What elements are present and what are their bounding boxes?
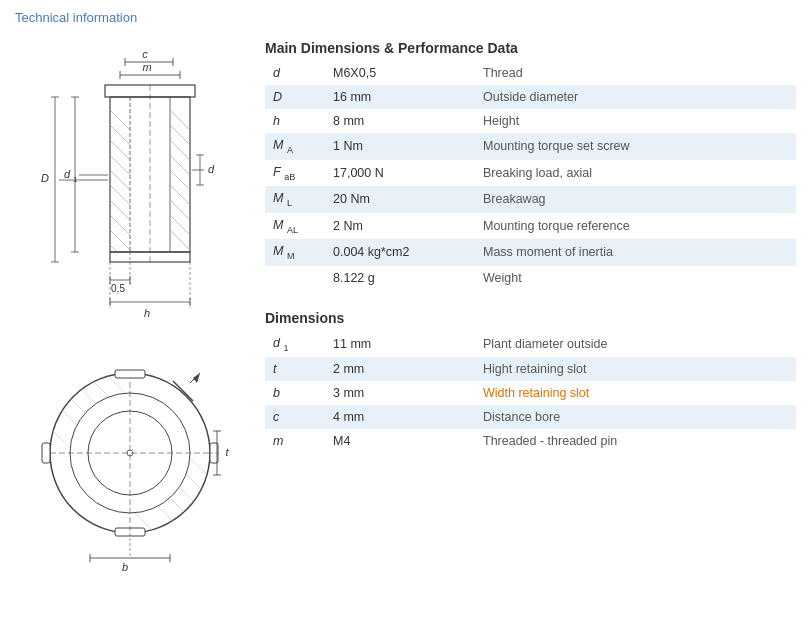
svg-line-77 xyxy=(45,393,195,543)
svg-line-13 xyxy=(100,100,140,140)
diagrams-panel: c m xyxy=(15,40,245,586)
svg-line-79 xyxy=(80,368,230,518)
desc-cell: Weight xyxy=(475,266,796,290)
svg-marker-74 xyxy=(193,373,200,383)
svg-line-20 xyxy=(100,205,140,245)
desc-cell: Mounting torque set screw xyxy=(475,133,796,160)
table-row: M L 20 Nm Breakawag xyxy=(265,186,796,213)
value-cell: 17,000 N xyxy=(325,160,475,187)
svg-line-15 xyxy=(100,130,140,170)
desc-cell: Distance bore xyxy=(475,405,796,429)
svg-text:c: c xyxy=(142,48,148,60)
svg-line-31 xyxy=(160,205,200,245)
svg-line-18 xyxy=(100,175,140,215)
table-row: d M6X0,5 Thread xyxy=(265,61,796,85)
value-cell: 8.122 g xyxy=(325,266,475,290)
param-cell xyxy=(265,266,325,290)
table-row: t 2 mm Hight retaining slot xyxy=(265,357,796,381)
desc-cell: Height xyxy=(475,109,796,133)
param-cell: M L xyxy=(265,186,325,213)
svg-line-30 xyxy=(160,190,200,230)
param-cell: M M xyxy=(265,239,325,266)
param-cell: m xyxy=(265,429,325,453)
svg-line-29 xyxy=(160,175,200,215)
param-cell: c xyxy=(265,405,325,429)
table-row: h 8 mm Height xyxy=(265,109,796,133)
param-cell: h xyxy=(265,109,325,133)
value-cell: 4 mm xyxy=(325,405,475,429)
value-cell: 3 mm xyxy=(325,381,475,405)
table-row: c 4 mm Distance bore xyxy=(265,405,796,429)
main-dimensions-table: d M6X0,5 Thread D 16 mm Outside diameter… xyxy=(265,61,796,290)
value-cell: 8 mm xyxy=(325,109,475,133)
side-view-diagram: c m xyxy=(25,40,235,333)
svg-line-24 xyxy=(160,100,200,140)
value-cell: M6X0,5 xyxy=(325,61,475,85)
desc-cell: Mounting torque reference xyxy=(475,213,796,240)
table-row: m M4 Threaded - threaded pin xyxy=(265,429,796,453)
data-panel: Main Dimensions & Performance Data d M6X… xyxy=(265,40,796,586)
svg-rect-70 xyxy=(42,443,50,463)
value-cell: 2 Nm xyxy=(325,213,475,240)
value-cell: M4 xyxy=(325,429,475,453)
value-cell: 0.004 kg*cm2 xyxy=(325,239,475,266)
param-cell: F aB xyxy=(265,160,325,187)
svg-line-32 xyxy=(160,220,200,260)
table-row: F aB 17,000 N Breaking load, axial xyxy=(265,160,796,187)
param-cell: d 1 xyxy=(265,331,325,358)
value-cell: 2 mm xyxy=(325,357,475,381)
desc-cell: Hight retaining slot xyxy=(475,357,796,381)
svg-line-26 xyxy=(160,130,200,170)
svg-text:h: h xyxy=(144,307,150,319)
svg-line-21 xyxy=(100,220,140,260)
table-row: b 3 mm Width retaining slot xyxy=(265,381,796,405)
param-cell: M A xyxy=(265,133,325,160)
svg-line-27 xyxy=(160,145,200,185)
dimensions-section: Dimensions d 1 11 mm Plant diameter outs… xyxy=(265,310,796,454)
svg-text:D: D xyxy=(41,172,49,184)
table-row: D 16 mm Outside diameter xyxy=(265,85,796,109)
svg-text:b: b xyxy=(122,561,128,573)
desc-cell: Width retaining slot xyxy=(475,381,796,405)
value-cell: 20 Nm xyxy=(325,186,475,213)
svg-text:0,5: 0,5 xyxy=(111,283,125,294)
svg-text:t: t xyxy=(225,446,229,458)
svg-line-22 xyxy=(100,235,140,275)
param-cell: M AL xyxy=(265,213,325,240)
svg-line-28 xyxy=(160,160,200,200)
main-dimensions-section: Main Dimensions & Performance Data d M6X… xyxy=(265,40,796,290)
desc-cell: Thread xyxy=(475,61,796,85)
table-row: 8.122 g Weight xyxy=(265,266,796,290)
svg-line-16 xyxy=(100,145,140,185)
desc-cell: Breakawag xyxy=(475,186,796,213)
param-cell: t xyxy=(265,357,325,381)
value-cell: 11 mm xyxy=(325,331,475,358)
table-row: d 1 11 mm Plant diameter outside xyxy=(265,331,796,358)
dimensions-title: Dimensions xyxy=(265,310,796,326)
table-row: M AL 2 Nm Mounting torque reference xyxy=(265,213,796,240)
svg-line-14 xyxy=(100,115,140,155)
svg-text:d: d xyxy=(64,168,71,180)
svg-text:m: m xyxy=(142,61,151,73)
page-title: Technical information xyxy=(15,10,796,25)
desc-cell: Mass moment of inertia xyxy=(475,239,796,266)
svg-text:1: 1 xyxy=(73,175,78,184)
table-row: M M 0.004 kg*cm2 Mass moment of inertia xyxy=(265,239,796,266)
svg-rect-68 xyxy=(115,370,145,378)
desc-cell: Plant diameter outside xyxy=(475,331,796,358)
param-cell: d xyxy=(265,61,325,85)
param-cell: b xyxy=(265,381,325,405)
desc-cell: Breaking load, axial xyxy=(475,160,796,187)
svg-line-72 xyxy=(173,381,193,401)
param-cell: D xyxy=(265,85,325,109)
desc-cell: Outside diameter xyxy=(475,85,796,109)
top-view-diagram: b t xyxy=(25,353,235,586)
main-dimensions-title: Main Dimensions & Performance Data xyxy=(265,40,796,56)
dimensions-table: d 1 11 mm Plant diameter outside t 2 mm … xyxy=(265,331,796,454)
svg-line-25 xyxy=(160,115,200,155)
value-cell: 1 Nm xyxy=(325,133,475,160)
svg-rect-9 xyxy=(110,97,190,252)
svg-line-19 xyxy=(100,190,140,230)
svg-line-76 xyxy=(65,373,215,523)
svg-text:d: d xyxy=(208,163,215,175)
